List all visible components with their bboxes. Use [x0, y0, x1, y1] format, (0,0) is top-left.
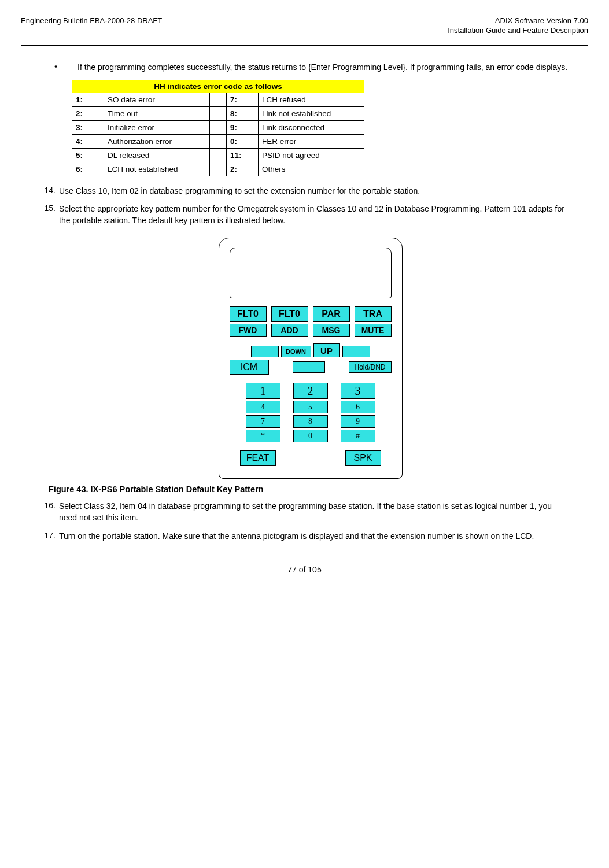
key-1: 1	[246, 383, 280, 399]
key-hash: #	[341, 430, 375, 442]
lcd-screen	[230, 248, 392, 298]
figure-wrapper: FLT0 FLT0 PAR TRA FWD ADD MSG MUTE DOWN …	[49, 238, 572, 479]
step-number: 15.	[37, 204, 59, 226]
function-row-1: FLT0 FLT0 PAR TRA	[230, 306, 392, 322]
key-2: 2	[293, 383, 328, 399]
key-fwd: FWD	[230, 324, 267, 337]
blank-key-mid	[293, 361, 325, 373]
key-0: 0	[293, 430, 328, 442]
table-row: 5: DL released 11: PSID not agreed	[72, 148, 364, 162]
step-16: 16. Select Class 32, Item 04 in database…	[37, 501, 572, 523]
key-msg: MSG	[313, 324, 350, 337]
key-5: 5	[293, 401, 328, 413]
bullet-marker: •	[49, 62, 77, 73]
table-row: 4: Authorization error 0: FER error	[72, 134, 364, 148]
table-title: HH indicates error code as follows	[72, 80, 364, 93]
key-down: DOWN	[281, 346, 311, 357]
key-6: 6	[341, 401, 375, 413]
function-row-2: FWD ADD MSG MUTE	[230, 324, 392, 337]
header-right-line2: Installation Guide and Feature Descripti…	[448, 26, 588, 36]
key-add: ADD	[271, 324, 308, 337]
key-par: PAR	[313, 306, 350, 322]
step-text: Use Class 10, Item 02 in database progra…	[59, 186, 572, 197]
key-spk: SPK	[345, 450, 381, 466]
key-3: 3	[341, 383, 375, 399]
bullet-text: If the programming completes successfull…	[77, 62, 572, 73]
key-tra: TRA	[355, 306, 392, 322]
header-right: ADIX Software Version 7.00 Installation …	[448, 16, 588, 36]
step-15: 15. Select the appropriate key pattern n…	[37, 204, 572, 226]
page-header: Engineering Bulletin EBA-2000-28 DRAFT A…	[21, 16, 588, 46]
key-mute: MUTE	[355, 324, 392, 337]
key-hold-dnd: Hold/DND	[349, 361, 392, 373]
key-4: 4	[246, 401, 280, 413]
key-8: 8	[293, 415, 328, 428]
step-text: Turn on the portable station. Make sure …	[59, 531, 572, 542]
table-row: 3: Initialize error 9: Link disconnected	[72, 120, 364, 134]
table-row: 2: Time out 8: Link not established	[72, 106, 364, 120]
blank-key-right	[342, 346, 370, 357]
bottom-row: FEAT SPK	[230, 450, 392, 466]
error-code-table: HH indicates error code as follows 1: SO…	[72, 80, 364, 176]
step-14: 14. Use Class 10, Item 02 in database pr…	[37, 186, 572, 197]
step-number: 14.	[37, 186, 59, 197]
key-9: 9	[341, 415, 375, 428]
key-flt0-1: FLT0	[230, 306, 267, 322]
figure-caption: Figure 43. IX-PS6 Portable Station Defau…	[49, 485, 572, 494]
page-footer: 77 of 105	[21, 565, 588, 574]
step-17: 17. Turn on the portable station. Make s…	[37, 531, 572, 542]
nav-row: DOWN UP	[230, 343, 392, 357]
key-star: *	[246, 430, 280, 442]
key-up: UP	[313, 343, 340, 357]
main-content: • If the programming completes successfu…	[21, 62, 588, 542]
key-flt0-2: FLT0	[271, 306, 308, 322]
icm-row: ICM Hold/DND	[230, 360, 392, 375]
step-number: 16.	[37, 501, 59, 523]
table-row: 1: SO data error 7: LCH refused	[72, 93, 364, 106]
portable-station-diagram: FLT0 FLT0 PAR TRA FWD ADD MSG MUTE DOWN …	[219, 238, 403, 479]
step-text: Select Class 32, Item 04 in database pro…	[59, 501, 572, 523]
key-7: 7	[246, 415, 280, 428]
header-right-line1: ADIX Software Version 7.00	[448, 16, 588, 26]
dialpad: 1 2 3 4 5 6 7 8 9 * 0 #	[230, 383, 392, 442]
step-text: Select the appropriate key pattern numbe…	[59, 204, 572, 226]
header-left: Engineering Bulletin EBA-2000-28 DRAFT	[21, 16, 162, 36]
blank-key-left	[251, 346, 279, 357]
table-row: 6: LCH not established 2: Others	[72, 162, 364, 176]
key-feat: FEAT	[240, 450, 276, 466]
bullet-item: • If the programming completes successfu…	[49, 62, 572, 73]
key-icm: ICM	[230, 360, 269, 375]
step-number: 17.	[37, 531, 59, 542]
